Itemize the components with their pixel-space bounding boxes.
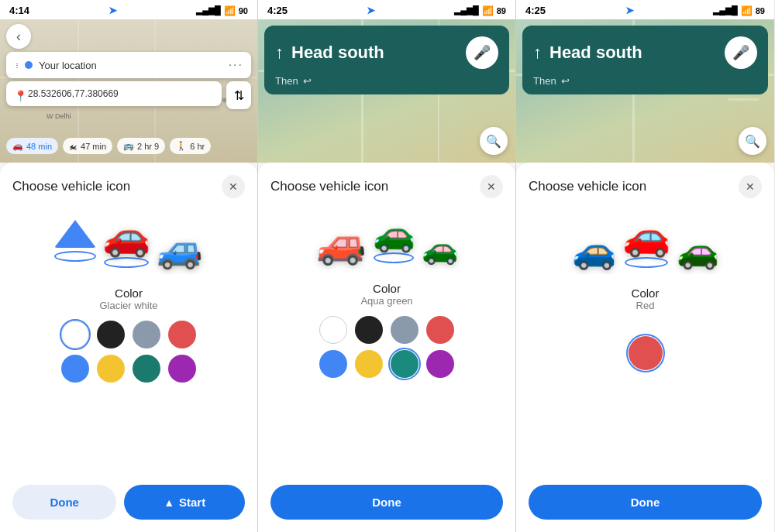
color-black[interactable] [97,321,125,348]
color-teal-2[interactable] [391,350,418,378]
phone-2: 4:25 ➤ ▂▄▆█ 📶 89 ↑ Head south 🎤 Then [258,0,516,532]
color-yellow-2[interactable] [355,350,383,378]
origin-dot [25,61,33,69]
mic-button-2[interactable]: 🎤 [466,36,498,69]
color-blue-2[interactable] [319,350,347,378]
wifi-icon-1: 📶 [224,5,236,16]
color-sublabel-1: Glacier white [12,300,245,311]
wifi-icon-2: 📶 [482,5,494,16]
start-label-1: Start [179,496,205,509]
sheet-header-1: Choose vehicle icon ✕ [12,175,245,198]
time-3: 4:25 [525,5,546,16]
sheet-3: Choose vehicle icon ✕ 🚗 🚗 🚗 Color Red [516,163,774,532]
sheet-1: Choose vehicle icon ✕ 🚗 🚙 Color Glacier … [0,163,257,532]
sheet-title-3: Choose vehicle icon [529,179,646,194]
color-red-3-selected[interactable] [629,336,663,370]
transport-car[interactable]: 🚗 48 min [6,138,58,154]
status-bar-2: 4:25 ➤ ▂▄▆█ 📶 89 [258,0,515,19]
done-button-3[interactable]: Done [529,485,762,520]
vehicle-arrow[interactable] [54,220,96,262]
transport-moto[interactable]: 🏍 47 min [63,138,112,154]
color-label-3: Color [529,287,762,300]
then-arrow-3: ↩ [561,75,570,87]
color-purple-2[interactable] [426,350,454,378]
signal-icon-3: ▂▄▆█ [713,5,738,15]
status-bar-1: 4:14 ➤ ▂▄▆█ 📶 90 [0,0,257,19]
color-grid-2 [270,316,503,378]
sheet-title-2: Choose vehicle icon [270,179,388,194]
nav-sub-row-2: Then ↩ [275,75,498,87]
moto-time: 47 min [81,142,106,151]
color-purple[interactable] [168,355,196,383]
battery-1: 90 [239,6,248,15]
origin-text: Your location [39,60,229,71]
close-button-2[interactable]: ✕ [480,175,503,198]
color-black-2[interactable] [355,316,383,344]
then-label-2: Then [275,75,298,87]
nav-main-row-3: ↑ Head south 🎤 [533,36,757,69]
close-button-1[interactable]: ✕ [222,175,245,198]
map-area-1: W Delhi फिरनगर बुर्ड ‹ ⋮ Your location ·… [0,19,257,163]
transport-bus[interactable]: 🚌 2 hr 9 [117,138,165,154]
color-section-3: Color Red [529,287,762,311]
vehicle-suv-teal[interactable]: 🚙 [316,223,367,263]
done-button-2[interactable]: Done [270,485,503,520]
status-icons-2: ▂▄▆█ 📶 89 [454,5,506,16]
start-nav-icon: ▲ [164,496,174,509]
search-float-3[interactable]: 🔍 [739,127,766,155]
more-icon[interactable]: ··· [229,58,243,72]
time-2: 4:25 [267,5,288,16]
search-float-2[interactable]: 🔍 [480,127,508,155]
color-gray-2[interactable] [391,316,418,344]
color-white[interactable] [61,321,89,348]
coord-text: 28.532606,77.380669 [28,88,214,99]
mic-icon-2: 🎤 [474,44,491,61]
mic-icon-3: 🎤 [732,44,749,61]
vehicle-car-teal-mini[interactable]: 🚗 [373,217,415,263]
swap-button[interactable]: ⇅ [226,81,251,109]
color-yellow[interactable] [97,355,125,383]
walk-icon: 🚶 [176,141,187,151]
vehicles-row-3: 🚗 🚗 🚗 [529,211,762,274]
signal-icon-1: ▂▄▆█ [196,5,221,15]
nav-main-row-2: ↑ Head south 🎤 [275,36,498,69]
bottom-buttons-2: Done [270,485,503,520]
status-icons-3: ▂▄▆█ 📶 89 [713,5,765,16]
bus-time: 2 hr 9 [137,142,159,151]
phone-3: 4:25 ➤ ▂▄▆█ 📶 89 ↑ Head south 🎤 Then [516,0,774,532]
mic-button-3[interactable]: 🎤 [725,36,757,69]
color-blue[interactable] [61,355,89,383]
start-button-1[interactable]: ▲ Start [124,485,245,520]
color-gray[interactable] [133,321,160,348]
transport-row: 🚗 48 min 🏍 47 min 🚌 2 hr 9 🚶 6 hr [0,133,257,159]
map-area-3: ↑ Head south 🎤 Then ↩ 🔍 [516,19,774,163]
vehicle-car-white[interactable]: 🚗 [102,217,150,268]
color-sublabel-2: Aqua green [270,295,503,307]
color-red[interactable] [168,321,196,348]
then-label-3: Then [533,75,556,87]
nav-arrow-icon-3: ↑ [533,43,542,63]
color-white-2[interactable] [319,316,347,344]
color-sublabel-3: Red [529,300,762,311]
vehicle-car-offroad[interactable]: 🚙 [157,231,203,268]
location-icon-3: ➤ [625,5,634,16]
transport-walk[interactable]: 🚶 6 hr [170,138,211,154]
bottom-buttons-1: Done ▲ Start [12,485,245,520]
search-icon-3: 🔍 [745,134,760,149]
nav-direction-2: Head south [291,43,458,63]
color-grid-1 [12,321,245,383]
close-button-3[interactable]: ✕ [739,175,762,198]
search-row-origin[interactable]: ⋮ Your location ··· [6,52,251,78]
back-button[interactable]: ‹ [6,24,31,49]
vehicle-car-red[interactable]: 🚗 [622,217,670,268]
vehicle-car-blue[interactable]: 🚗 [572,232,616,268]
vehicle-car-green[interactable]: 🚗 [677,234,719,268]
color-red-2[interactable] [426,316,454,344]
vehicle-car-teal-sm[interactable]: 🚗 [422,234,458,263]
search-row-dest[interactable]: 📍 28.532606,77.380669 [6,81,222,106]
location-icon-2: ➤ [367,5,375,16]
color-teal[interactable] [133,355,160,383]
location-icon-1: ➤ [108,5,117,16]
color-single-area [529,336,762,370]
done-button-1[interactable]: Done [12,485,116,520]
